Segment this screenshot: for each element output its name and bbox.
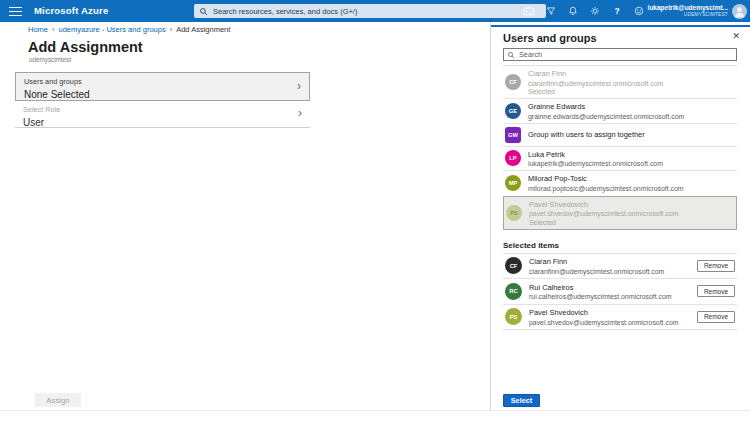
user-email: ciaranfinn@udemyscimtest.onmicrosoft.com	[528, 80, 663, 87]
avatar: LP	[505, 150, 521, 166]
select-role-picker[interactable]: Select Role User ›	[15, 101, 310, 128]
panel-title: Users and groups	[503, 32, 597, 44]
users-groups-panel: Users and groups ✕ CFCiaran Finnciaranfi…	[491, 25, 750, 410]
user-email: milorad.poptosic@udemyscimtest.onmicroso…	[528, 185, 684, 192]
user-list-item[interactable]: CFCiaran Finnciaranfinn@udemyscimtest.on…	[503, 65, 737, 98]
chevron-right-icon: ›	[297, 78, 301, 92]
page-subtitle: udemyscimtest	[29, 56, 71, 63]
users-groups-value: None Selected	[24, 89, 301, 100]
panel-search-input[interactable]	[517, 49, 736, 60]
user-name: Milorad Pop-Tosic	[528, 174, 684, 183]
breadcrumb-users-groups[interactable]: udemyazure - Users and groups	[59, 25, 166, 34]
user-email: grainne.edwards@udemyscimtest.onmicrosof…	[528, 113, 684, 120]
breadcrumb-separator-icon: ›	[52, 25, 55, 34]
breadcrumb-home[interactable]: Home	[28, 25, 48, 34]
account-text: lukapetrik@udemyscimt... UDEMYSCIMTEST	[648, 4, 728, 18]
settings-gear-icon[interactable]	[588, 4, 602, 18]
user-list-item[interactable]: GWGroup with users to assign together	[503, 123, 737, 146]
avatar: CF	[505, 257, 522, 274]
panel-body: CFCiaran Finnciaranfinn@udemyscimtest.on…	[503, 65, 737, 330]
search-icon	[507, 51, 515, 59]
breadcrumb-separator-icon: ›	[170, 25, 173, 34]
user-name: Rui Calheiros	[529, 283, 672, 292]
avatar: GW	[505, 127, 521, 143]
user-text: Pavel Shvedovichpavel.shvedov@udemyscimt…	[529, 308, 678, 326]
selected-item-row: CFCiaran Finnciaranfinn@udemyscimtest.on…	[503, 254, 737, 280]
select-role-value: User	[23, 117, 302, 128]
selected-item-row: RCRui Calheirosrui.calheiros@udemyscimte…	[503, 279, 737, 305]
user-email: pavel.shvedov@udemyscimtest.onmicrosoft.…	[529, 210, 678, 217]
account-email: lukapetrik@udemyscimt...	[648, 4, 728, 12]
remove-button[interactable]: Remove	[697, 311, 735, 323]
notifications-bell-icon[interactable]	[566, 4, 580, 18]
user-text: Milorad Pop-Tosicmilorad.poptosic@udemys…	[528, 174, 684, 192]
user-email: lukapetrik@udemyscimtest.onmicrosoft.com	[528, 160, 663, 167]
remove-button[interactable]: Remove	[697, 260, 735, 272]
feedback-smiley-icon[interactable]	[632, 4, 646, 18]
avatar: MP	[505, 175, 521, 191]
remove-button[interactable]: Remove	[697, 285, 735, 297]
user-name: Grainne Edwards	[528, 102, 684, 111]
user-email: pavel.shvedov@udemyscimtest.onmicrosoft.…	[529, 319, 678, 326]
top-icon-row: ?	[522, 0, 646, 22]
user-name: Ciaran Finn	[528, 69, 663, 78]
account-menu[interactable]: lukapetrik@udemyscimt... UDEMYSCIMTEST	[648, 0, 747, 22]
selected-items-list: CFCiaran Finnciaranfinn@udemyscimtest.on…	[503, 253, 737, 331]
user-list-item[interactable]: GEGrainne Edwardsgrainne.edwards@udemysc…	[503, 98, 737, 123]
avatar: CF	[505, 74, 521, 90]
user-text: Pavel Shvedovichpavel.shvedov@udemyscimt…	[529, 200, 678, 226]
brand-title: Microsoft Azure	[34, 0, 108, 22]
breadcrumb: Home › udemyazure - Users and groups › A…	[28, 25, 230, 34]
avatar: PS	[506, 205, 522, 221]
select-button[interactable]: Select	[503, 394, 540, 407]
azure-portal-window: Microsoft Azure ? luka	[0, 0, 750, 433]
user-name: Pavel Shvedovich	[529, 200, 678, 209]
user-list: CFCiaran Finnciaranfinn@udemyscimtest.on…	[503, 65, 737, 230]
user-name: Group with users to assign together	[528, 130, 645, 139]
user-email: rui.calheiros@udemyscimtest.onmicrosoft.…	[529, 293, 672, 300]
directory-filter-icon[interactable]	[544, 4, 558, 18]
user-email: ciaranfinn@udemyscimtest.onmicrosoft.com	[529, 268, 664, 275]
selected-items-label: Selected items	[503, 241, 737, 250]
global-search-input[interactable]	[211, 6, 546, 17]
user-text: Ciaran Finnciaranfinn@udemyscimtest.onmi…	[529, 257, 664, 275]
assign-button[interactable]: Assign	[35, 393, 81, 407]
avatar: RC	[505, 283, 522, 300]
user-name: Pavel Shvedovich	[529, 308, 678, 317]
avatar: GE	[505, 103, 521, 119]
top-bar: Microsoft Azure ? luka	[0, 0, 750, 22]
panel-search[interactable]	[503, 48, 737, 61]
global-search[interactable]	[194, 4, 546, 18]
help-icon[interactable]: ?	[610, 4, 624, 18]
account-tenant: UDEMYSCIMTEST	[684, 12, 728, 18]
user-text: Grainne Edwardsgrainne.edwards@udemyscim…	[528, 102, 684, 120]
content-bottom-divider	[0, 410, 750, 411]
user-name: Ciaran Finn	[529, 257, 664, 266]
cloud-shell-icon[interactable]	[522, 4, 536, 18]
search-icon	[199, 7, 208, 16]
user-list-item[interactable]: PSPavel Shvedovichpavel.shvedov@udemysci…	[503, 196, 737, 230]
avatar: PS	[505, 308, 522, 325]
user-list-item[interactable]: LPLuka Petriklukapetrik@udemyscimtest.on…	[503, 146, 737, 171]
user-name: Luka Petrik	[528, 150, 663, 159]
user-list-item[interactable]: MPMilorad Pop-Tosicmilorad.poptosic@udem…	[503, 170, 737, 195]
chevron-right-icon: ›	[298, 106, 302, 120]
close-icon[interactable]: ✕	[732, 31, 740, 41]
user-text: Group with users to assign together	[528, 130, 645, 139]
user-text: Rui Calheirosrui.calheiros@udemyscimtest…	[529, 283, 672, 301]
user-text: Luka Petriklukapetrik@udemyscimtest.onmi…	[528, 150, 663, 168]
users-groups-label: Users and groups	[24, 77, 301, 86]
hamburger-menu-icon[interactable]	[9, 7, 22, 16]
breadcrumb-current: Add Assignment	[176, 25, 230, 34]
avatar	[732, 4, 747, 19]
page-title: Add Assignment	[28, 39, 143, 55]
user-text: Ciaran Finnciaranfinn@udemyscimtest.onmi…	[528, 69, 663, 95]
selected-item-row: PSPavel Shvedovichpavel.shvedov@udemysci…	[503, 305, 737, 331]
users-groups-picker[interactable]: Users and groups None Selected ›	[15, 72, 310, 101]
user-status: Selected	[528, 88, 663, 95]
user-status: Selected	[529, 219, 678, 226]
select-role-label: Select Role	[23, 105, 302, 114]
